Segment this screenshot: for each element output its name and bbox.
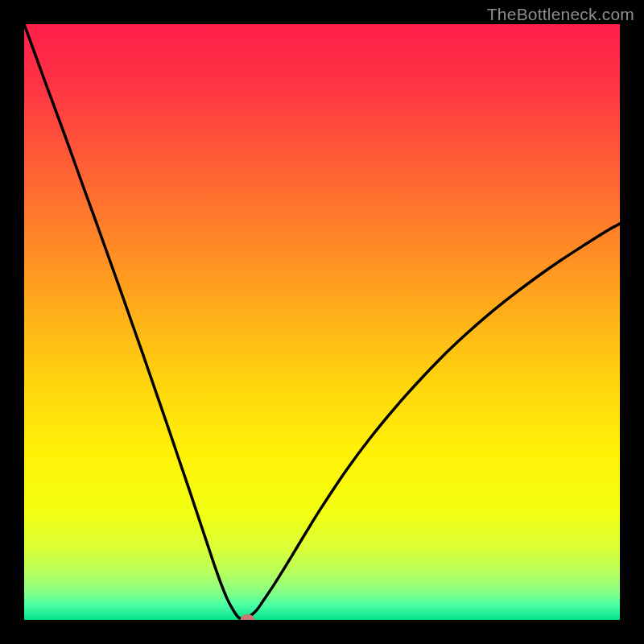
watermark-text: TheBottleneck.com	[487, 5, 634, 24]
gradient-background	[24, 24, 620, 620]
chart-svg	[24, 24, 620, 620]
outer-frame: TheBottleneck.com	[0, 0, 644, 644]
plot-area	[24, 24, 620, 620]
